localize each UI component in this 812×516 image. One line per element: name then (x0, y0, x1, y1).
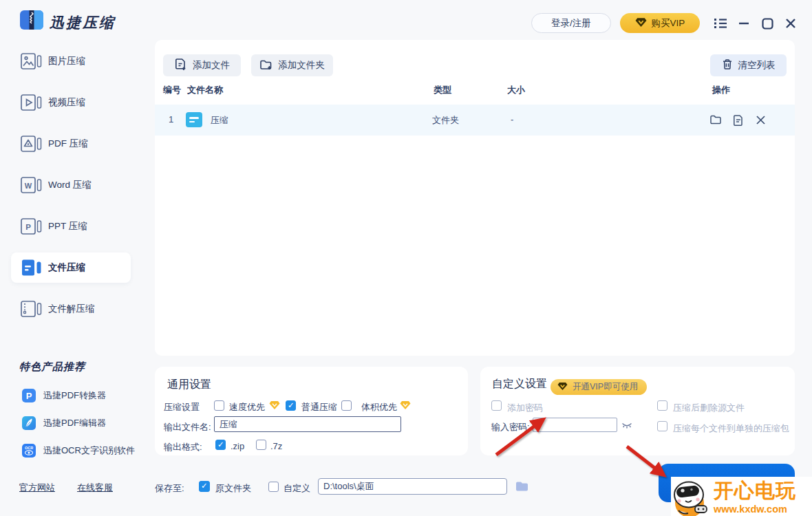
password-input[interactable] (533, 418, 617, 432)
output-format-label: 输出格式: (164, 441, 202, 453)
sidebar-item-ppt-compress[interactable]: P PPT 压缩 (0, 211, 145, 241)
clear-list-button[interactable]: 清空列表 (710, 54, 787, 76)
checkbox-speed-priority[interactable] (214, 400, 224, 411)
checkbox-custom-path[interactable] (268, 482, 279, 492)
sidebar-item-word-compress[interactable]: W Word 压缩 (0, 170, 145, 200)
row-file-size: - (511, 114, 513, 125)
table-row: 1 压缩 文件夹 - (155, 105, 795, 136)
add-file-button[interactable]: 添加文件 (163, 54, 241, 76)
product-label: 迅捷PDF转换器 (43, 389, 106, 402)
close-button[interactable] (783, 16, 798, 31)
svg-text:OCR: OCR (25, 446, 33, 450)
sidebar-item-label: PDF 压缩 (48, 138, 88, 150)
word-compress-icon: W (19, 175, 43, 195)
custom-settings-title: 自定义设置 (492, 377, 547, 391)
sidebar-item-label: 视频压缩 (48, 96, 85, 109)
checkbox-size-priority[interactable] (341, 400, 352, 411)
delete-source-label: 压缩后删除源文件 (673, 402, 745, 414)
maximize-button[interactable] (760, 16, 775, 31)
general-settings-title: 通用设置 (167, 378, 211, 392)
row-file-type: 文件夹 (432, 114, 459, 127)
add-password-label: 添加密码 (507, 402, 543, 414)
original-folder-label: 原文件夹 (215, 482, 251, 495)
browse-folder-icon[interactable] (515, 480, 529, 495)
checkbox-zip[interactable] (215, 440, 226, 450)
login-register-button[interactable]: 登录/注册 (531, 13, 611, 33)
titlebar: 迅捷压缩 登录/注册 购买VIP (0, 0, 812, 40)
general-settings-panel: 通用设置 压缩设置 速度优先 普通压缩 体积优先 输出文件名: 输出格式: .z… (155, 367, 468, 455)
speed-priority-label: 速度优先 (229, 401, 265, 413)
vip-unlock-badge[interactable]: 开通VIP即可使用 (551, 379, 647, 395)
checkbox-separate-archive[interactable] (657, 421, 667, 431)
sidebar-item-file-decompress[interactable]: 文件解压缩 (0, 294, 145, 324)
ocr-icon: OCR (22, 444, 36, 458)
watermark: 开心电玩 www.kxdw.com (671, 477, 812, 516)
password-label: 输入密码: (491, 421, 530, 433)
product-pdf-editor[interactable]: 迅捷PDF编辑器 (22, 416, 106, 430)
product-pdf-converter[interactable]: P 迅捷PDF转换器 (22, 389, 106, 402)
archive-file-icon (186, 112, 202, 127)
minimize-button[interactable] (736, 16, 751, 31)
file-decompress-icon (19, 299, 43, 319)
svg-text:W: W (25, 182, 32, 190)
sidebar-item-label: 图片压缩 (48, 55, 85, 67)
sidebar-item-pdf-compress[interactable]: PDF 压缩 (0, 129, 145, 159)
sidebar-item-label: 文件解压缩 (48, 303, 95, 315)
output-name-label: 输出文件名: (164, 421, 211, 433)
open-folder-icon[interactable] (709, 114, 722, 128)
save-path-input[interactable] (318, 478, 507, 495)
remove-row-icon[interactable] (756, 115, 766, 128)
output-name-input[interactable] (214, 416, 401, 432)
app-title: 迅捷压缩 (50, 13, 116, 32)
checkbox-add-password[interactable] (491, 400, 502, 411)
col-header-type: 类型 (434, 84, 451, 96)
size-priority-label: 体积优先 (361, 401, 397, 413)
sidebar-item-image-compress[interactable]: 图片压缩 (0, 46, 145, 76)
watermark-url: www.kxdw.com (714, 504, 812, 515)
checkbox-original-folder[interactable] (199, 481, 210, 492)
row-file-name: 压缩 (211, 114, 228, 127)
checkbox-normal-compress[interactable] (286, 400, 296, 411)
add-folder-icon (259, 58, 273, 73)
pdf-editor-icon (22, 416, 36, 430)
online-support-link[interactable]: 在线客服 (77, 482, 113, 494)
row-index: 1 (169, 114, 173, 125)
col-header-name: 文件名称 (187, 84, 223, 96)
pdf-compress-icon (19, 133, 43, 154)
sidebar-item-label: PPT 压缩 (48, 220, 87, 233)
7z-label: .7z (270, 441, 282, 451)
image-compress-icon (19, 51, 43, 72)
compress-setting-label: 压缩设置 (164, 401, 200, 413)
watermark-mascot-icon (669, 478, 714, 516)
sidebar-item-video-compress[interactable]: 视频压缩 (0, 87, 145, 118)
normal-compress-label: 普通压缩 (301, 401, 337, 413)
vip-diamond-icon (635, 17, 647, 30)
official-site-link[interactable]: 官方网站 (19, 482, 55, 494)
menu-icon[interactable] (713, 16, 728, 31)
zip-label: .zip (231, 441, 244, 451)
product-label: 迅捷OCR文字识别软件 (43, 444, 135, 457)
col-header-ops: 操作 (712, 84, 730, 96)
app-logo-icon (19, 9, 45, 34)
promo-header: 特色产品推荐 (19, 361, 85, 374)
svg-text:P: P (25, 223, 31, 231)
video-compress-icon (19, 92, 43, 113)
sidebar-item-file-compress[interactable]: 文件压缩 (0, 252, 145, 283)
app-window: 迅捷压缩 登录/注册 购买VIP (0, 0, 812, 516)
product-ocr[interactable]: OCR 迅捷OCR文字识别软件 (22, 444, 135, 458)
buy-vip-button[interactable]: 购买VIP (620, 13, 700, 33)
checkbox-delete-source[interactable] (657, 400, 667, 411)
svg-text:P: P (26, 391, 32, 401)
save-to-label: 保存至: (155, 482, 184, 495)
file-compress-icon (19, 257, 43, 278)
checkbox-7z[interactable] (256, 440, 266, 450)
col-header-size: 大小 (507, 84, 525, 96)
eye-closed-icon[interactable] (621, 420, 632, 433)
ppt-compress-icon: P (19, 216, 43, 237)
file-detail-icon[interactable] (733, 114, 744, 129)
vip-gem-icon (400, 400, 411, 413)
custom-settings-panel: 自定义设置 开通VIP即可使用 添加密码 输入密码: 压缩后删除源文件 压缩每个… (480, 367, 795, 455)
sidebar-item-label: 文件压缩 (48, 261, 85, 274)
vip-gem-icon (269, 400, 280, 413)
add-folder-button[interactable]: 添加文件夹 (251, 54, 333, 76)
